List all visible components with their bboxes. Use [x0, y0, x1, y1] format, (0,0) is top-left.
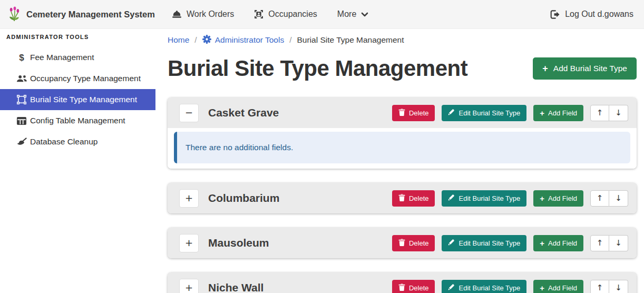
broom-icon: [16, 138, 27, 147]
move-down-button[interactable]: ↓: [609, 105, 628, 121]
move-up-button[interactable]: ↑: [590, 190, 609, 207]
move-down-button[interactable]: ↓: [609, 235, 628, 251]
add-field-label: Add Field: [548, 109, 577, 117]
sidebar-item-label: Burial Site Type Management: [30, 95, 137, 104]
card-title: Niche Wall: [208, 281, 392, 293]
sidebar-item-label: Fee Management: [30, 53, 94, 62]
sidebar-item-burial-site-type-management[interactable]: Burial Site Type Management: [0, 89, 155, 110]
expand-toggle-button[interactable]: +: [179, 234, 199, 252]
collapse-toggle-button[interactable]: −: [179, 104, 199, 122]
move-up-button[interactable]: ↑: [590, 235, 609, 251]
trash-icon: [398, 109, 405, 118]
breadcrumb-home-link[interactable]: Home: [168, 35, 189, 45]
delete-button[interactable]: Delete: [392, 235, 435, 251]
hard-hat-icon: [172, 10, 182, 18]
logout-icon: [550, 10, 560, 19]
plus-icon: +: [542, 64, 548, 73]
top-navbar: Cemetery Management System Work Orders: [0, 0, 644, 29]
add-burial-site-type-label: Add Burial Site Type: [553, 64, 627, 73]
sidebar-item-label: Occupancy Type Management: [30, 74, 141, 83]
title-row: Burial Site Type Management + Add Burial…: [168, 53, 637, 84]
add-burial-site-type-button[interactable]: + Add Burial Site Type: [533, 57, 637, 80]
plus-icon: +: [540, 239, 544, 247]
plus-icon: +: [540, 284, 544, 292]
breadcrumb-current: Burial Site Type Management: [297, 35, 404, 45]
move-up-button[interactable]: ↑: [590, 105, 609, 121]
nav-item-label: Occupancies: [268, 9, 317, 19]
reorder-button-group: ↑ ↓: [590, 280, 628, 293]
sidebar-item-occupancy-type-management[interactable]: Occupancy Type Management: [0, 68, 155, 89]
add-field-button[interactable]: + Add Field: [533, 190, 583, 207]
add-field-label: Add Field: [548, 284, 577, 292]
move-down-button[interactable]: ↓: [609, 280, 628, 293]
plus-icon: +: [540, 109, 544, 117]
card-header: + Columbarium Delete: [168, 183, 637, 213]
add-field-button[interactable]: + Add Field: [533, 235, 583, 251]
burial-site-type-card-mausoleum: + Mausoleum Delete: [168, 228, 637, 258]
nav-item-work-orders[interactable]: Work Orders: [172, 9, 234, 19]
add-field-label: Add Field: [548, 194, 577, 202]
card-title: Columbarium: [208, 192, 392, 204]
reorder-button-group: ↑ ↓: [590, 235, 628, 251]
card-header: + Mausoleum Delete: [168, 228, 637, 258]
delete-label: Delete: [409, 284, 429, 292]
delete-label: Delete: [409, 239, 429, 247]
card-title: Mausoleum: [208, 237, 392, 249]
edit-burial-site-type-button[interactable]: Edit Burial Site Type: [442, 105, 526, 121]
add-field-button[interactable]: + Add Field: [533, 105, 583, 121]
burial-site-type-card-niche-wall: + Niche Wall Delete: [168, 272, 637, 293]
breadcrumb: Home / Administrator Tools / Burial Site…: [168, 34, 637, 46]
vector-square-icon: [16, 95, 27, 104]
delete-button[interactable]: Delete: [392, 280, 435, 293]
breadcrumb-separator: /: [289, 35, 291, 45]
navbar-menu: Work Orders Occupancies More: [172, 9, 368, 19]
card-actions: Delete Edit Burial Site Type + Add Field: [392, 280, 628, 293]
edit-burial-site-type-button[interactable]: Edit Burial Site Type: [442, 280, 526, 293]
delete-button[interactable]: Delete: [392, 105, 435, 121]
sidebar-item-database-cleanup[interactable]: Database Cleanup: [0, 131, 155, 152]
no-fields-alert: There are no additional fields.: [174, 132, 630, 163]
card-header: + Niche Wall Delete: [168, 272, 637, 293]
card-header: − Casket Grave Delete: [168, 97, 637, 128]
occupancy-frame-icon: [254, 9, 264, 19]
delete-button[interactable]: Delete: [392, 190, 435, 207]
move-up-button[interactable]: ↑: [590, 280, 609, 293]
burial-site-type-card-columbarium: + Columbarium Delete: [168, 183, 637, 213]
nav-item-occupancies[interactable]: Occupancies: [254, 9, 317, 19]
pencil-icon: [448, 109, 455, 117]
reorder-button-group: ↑ ↓: [590, 105, 628, 121]
nav-item-label: Work Orders: [187, 9, 234, 19]
edit-label: Edit Burial Site Type: [458, 284, 520, 292]
pencil-icon: [448, 239, 455, 247]
logout-label: Log Out d.gowans: [565, 9, 633, 19]
breadcrumb-admin-tools-link[interactable]: Administrator Tools: [202, 35, 285, 46]
move-down-button[interactable]: ↓: [609, 190, 628, 207]
edit-label: Edit Burial Site Type: [458, 239, 520, 247]
app-brand[interactable]: Cemetery Management System: [7, 6, 155, 22]
edit-label: Edit Burial Site Type: [458, 194, 520, 202]
chevron-down-icon: [361, 12, 368, 17]
trash-icon: [398, 284, 405, 292]
burial-site-type-card-casket-grave: − Casket Grave Delete: [168, 97, 637, 169]
app-title: Cemetery Management System: [26, 9, 155, 19]
sidebar-item-config-table-management[interactable]: Config Table Management: [0, 110, 155, 131]
sidebar-item-fee-management[interactable]: $ Fee Management: [0, 47, 155, 68]
breadcrumb-section-label: Administrator Tools: [215, 35, 285, 45]
card-actions: Delete Edit Burial Site Type + Add Field: [392, 235, 628, 251]
sidebar-heading: ADMINISTRATOR TOOLS: [0, 33, 155, 47]
edit-burial-site-type-button[interactable]: Edit Burial Site Type: [442, 235, 526, 251]
sidebar: ADMINISTRATOR TOOLS $ Fee Management Occ…: [0, 29, 155, 293]
sidebar-item-label: Config Table Management: [30, 116, 125, 125]
reorder-button-group: ↑ ↓: [590, 190, 628, 207]
nav-item-more[interactable]: More: [337, 9, 368, 19]
expand-toggle-button[interactable]: +: [179, 189, 199, 208]
edit-burial-site-type-button[interactable]: Edit Burial Site Type: [442, 190, 526, 207]
add-field-label: Add Field: [548, 239, 577, 247]
edit-label: Edit Burial Site Type: [458, 109, 520, 117]
trash-icon: [398, 239, 405, 248]
expand-toggle-button[interactable]: +: [179, 279, 199, 293]
add-field-button[interactable]: + Add Field: [533, 280, 583, 293]
page-layout: ADMINISTRATOR TOOLS $ Fee Management Occ…: [0, 29, 644, 293]
logout-button[interactable]: Log Out d.gowans: [550, 9, 633, 19]
users-icon: [16, 75, 27, 83]
